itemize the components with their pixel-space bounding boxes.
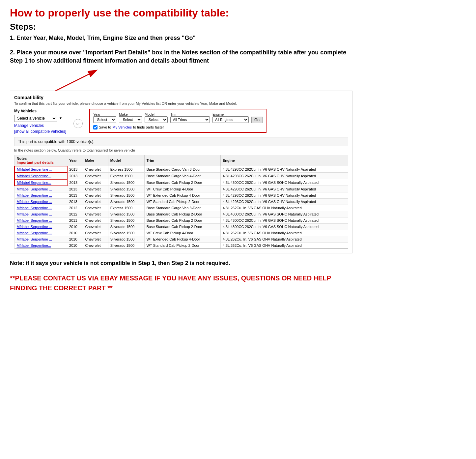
table-row: Mfrlabel:Serpentine ... 2013 Chevrolet S… [14, 198, 348, 205]
save-checkbox[interactable] [93, 125, 98, 129]
model-cell: Express 1500 [108, 166, 144, 173]
table-row: Mfrlabel:Serpentine... 2010 Chevrolet Si… [14, 242, 348, 249]
table-row: Mfrlabel:Serpentine ... 2013 Chevrolet E… [14, 166, 348, 173]
trim-cell: Base Standard Cab Pickup 2-Door [144, 217, 220, 223]
notes-cell[interactable]: Mfrlabel:Serpentine ... [14, 186, 67, 192]
make-header: Make [83, 155, 108, 166]
model-label: Model [145, 112, 168, 116]
notes-cell[interactable]: Mfrlabel:Serpentine ... [14, 230, 67, 236]
model-cell: Silverado 1500 [108, 192, 144, 198]
engine-cell: 4.3L 4300CC 262Cu. In. V6 GAS SOHC Natur… [220, 179, 348, 186]
compat-tbody: Mfrlabel:Serpentine ... 2013 Chevrolet E… [14, 166, 348, 249]
notes-cell[interactable]: Mfrlabel:Serpentine... [14, 179, 67, 186]
my-vehicles-link[interactable]: My Vehicles [112, 125, 132, 129]
notes-cell[interactable]: Mfrlabel:Serpentine ... [14, 166, 67, 173]
make-cell: Chevrolet [83, 223, 108, 230]
notes-cell[interactable]: Mfrlabel:Serpentine ... [14, 217, 67, 223]
engine-cell: 4.3L 4293CC 262Cu. In. V6 GAS OHV Natura… [220, 192, 348, 198]
year-cell: 2013 [67, 179, 83, 186]
trim-cell: WT Crew Cab Pickup 4-Door [144, 230, 220, 236]
manage-vehicles-link[interactable]: Manage vehicles [14, 123, 67, 128]
notes-cell[interactable]: Mfrlabel:Serpentine ... [14, 192, 67, 198]
compat-subtitle: To confirm that this part fits your vehi… [14, 101, 348, 105]
make-cell: Chevrolet [83, 205, 108, 211]
model-cell: Silverado 1500 [108, 242, 144, 249]
year-select[interactable]: -Select- [93, 116, 116, 123]
notes-cell[interactable]: Mfrlabel:Serpentine ... [14, 236, 67, 242]
main-title: How to properly use the compatibility ta… [10, 7, 352, 19]
my-vehicles-label: My Vehicles [14, 109, 67, 113]
model-field-group: Model -Select- [145, 112, 168, 123]
ymm-form: Year -Select- Make -Select- Model -Selec… [89, 109, 266, 133]
engine-cell: 4.3L 262Cu. In. V6 GAS OHV Naturally Asp… [220, 230, 348, 236]
make-cell: Chevrolet [83, 179, 108, 186]
go-button[interactable]: Go [251, 117, 263, 123]
make-cell: Chevrolet [83, 230, 108, 236]
year-cell: 2013 [67, 186, 83, 192]
model-cell: Silverado 1500 [108, 223, 144, 230]
year-field-group: Year -Select- [93, 112, 116, 123]
year-cell: 2013 [67, 166, 83, 173]
notes-cell[interactable]: Mfrlabel:Serpentine ... [14, 211, 67, 217]
show-all-link[interactable]: [show all compatible vehicles] [14, 129, 67, 134]
compat-title: Compatibility [14, 95, 348, 100]
make-cell: Chevrolet [83, 217, 108, 223]
notes-cell[interactable]: Mfrlabel:Serpentine... [14, 173, 67, 179]
compat-quantity-note: In the notes section below, Quantity ref… [14, 148, 348, 152]
year-cell: 2013 [67, 192, 83, 198]
year-header: Year [67, 155, 83, 166]
trim-cell: WT Standard Cab Pickup 2-Door [144, 242, 220, 249]
model-cell: Silverado 1500 [108, 230, 144, 236]
table-row: Mfrlabel:Serpentine ... 2010 Chevrolet S… [14, 223, 348, 230]
engine-cell: 4.3L 262Cu. In. V6 GAS OHV Naturally Asp… [220, 205, 348, 211]
engine-cell: 4.3L 4300CC 262Cu. In. V6 GAS SOHC Natur… [220, 211, 348, 217]
step1-text: 1. Enter Year, Make, Model, Trim, Engine… [10, 34, 352, 42]
model-header: Model [108, 155, 144, 166]
engine-cell: 4.3L 4293CC 262Cu. In. V6 GAS OHV Natura… [220, 173, 348, 179]
notes-cell[interactable]: Mfrlabel:Serpentine ... [14, 198, 67, 205]
trim-cell: WT Extended Cab Pickup 4-Door [144, 192, 220, 198]
table-row: Mfrlabel:Serpentine ... 2013 Chevrolet S… [14, 192, 348, 198]
make-cell: Chevrolet [83, 236, 108, 242]
save-text: Save to [99, 125, 111, 129]
trim-cell: Base Standard Cab Pickup 2-Door [144, 223, 220, 230]
dropdown-arrow-icon: ▼ [59, 116, 62, 120]
model-select[interactable]: -Select- [145, 116, 168, 123]
save-checkbox-row: Save to My Vehicles to finds parts faste… [93, 125, 263, 129]
year-cell: 2012 [67, 211, 83, 217]
my-vehicles-section: My Vehicles Select a vehicle ▼ Manage ve… [14, 109, 67, 134]
notes-cell[interactable]: Mfrlabel:Serpentine... [14, 242, 67, 249]
trim-cell: WT Extended Cab Pickup 4-Door [144, 236, 220, 242]
year-cell: 2010 [67, 236, 83, 242]
make-cell: Chevrolet [83, 186, 108, 192]
make-cell: Chevrolet [83, 211, 108, 217]
make-cell: Chevrolet [83, 166, 108, 173]
ymm-selects-row: Year -Select- Make -Select- Model -Selec… [93, 112, 263, 123]
engine-label: Engine [212, 112, 249, 116]
notes-cell[interactable]: Mfrlabel:Serpentine ... [14, 205, 67, 211]
save-suffix: to finds parts faster [133, 125, 164, 129]
engine-cell: 4.3L 4293CC 262Cu. In. V6 GAS OHV Natura… [220, 198, 348, 205]
trim-cell: WT Crew Cab Pickup 4-Door [144, 186, 220, 192]
model-cell: Silverado 1500 [108, 217, 144, 223]
make-cell: Chevrolet [83, 173, 108, 179]
year-cell: 2011 [67, 217, 83, 223]
engine-field-group: Engine All Engines [212, 112, 249, 123]
table-row: Mfrlabel:Serpentine ... 2010 Chevrolet S… [14, 236, 348, 242]
contact-text: **PLEASE CONTACT US VIA EBAY MESSAGE IF … [10, 273, 352, 293]
trim-select[interactable]: All Trims [170, 116, 210, 123]
table-row: Mfrlabel:Serpentine ... 2012 Chevrolet S… [14, 211, 348, 217]
compatibility-box: Compatibility To confirm that this part … [10, 91, 352, 253]
year-cell: 2010 [67, 230, 83, 236]
notes-cell[interactable]: Mfrlabel:Serpentine ... [14, 223, 67, 230]
engine-select[interactable]: All Engines [212, 116, 249, 123]
engine-cell: 4.3L 4293CC 262Cu. In. V6 GAS OHV Natura… [220, 186, 348, 192]
vehicle-select[interactable]: Select a vehicle [14, 115, 57, 122]
make-select[interactable]: -Select- [119, 116, 142, 123]
model-cell: Express 1500 [108, 173, 144, 179]
model-cell: Express 1500 [108, 205, 144, 211]
steps-heading: Steps: [10, 22, 352, 32]
trim-cell: WT Standard Cab Pickup 2-Door [144, 198, 220, 205]
trim-cell: Base Standard Cargo Van 3-Door [144, 166, 220, 173]
year-cell: 2010 [67, 242, 83, 249]
